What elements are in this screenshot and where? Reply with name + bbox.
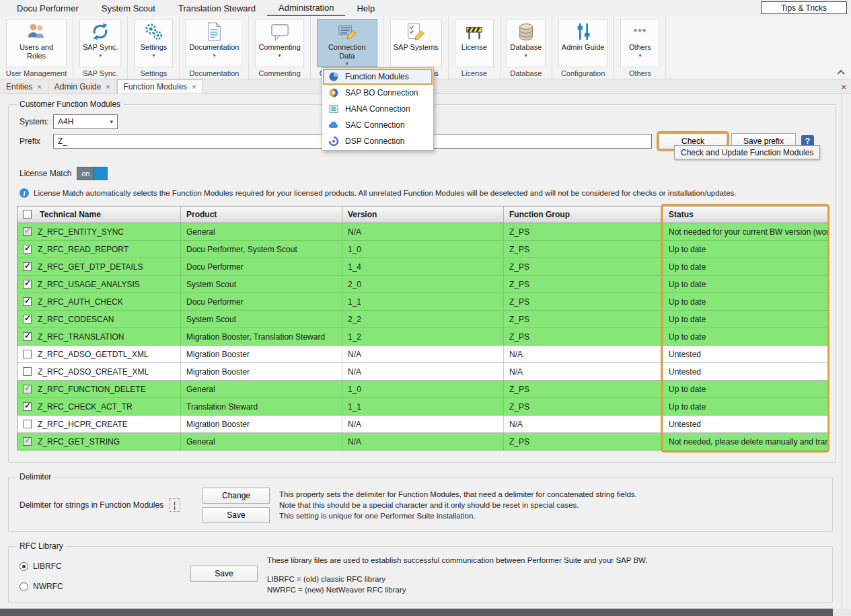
tab-admin-guide[interactable]: Admin Guide × [48,79,117,93]
rfc-library-description: These library files are used to establis… [267,555,647,595]
users-and-roles-button[interactable]: Users and Roles [6,19,67,67]
menu-administration[interactable]: Administration [267,0,345,16]
documentation-button[interactable]: Documentation ▾ [186,19,242,67]
change-delimiter-button[interactable]: Change [202,488,270,504]
row-checkbox[interactable] [23,227,32,236]
menu-docu-performer[interactable]: Docu Performer [5,0,90,16]
sap-systems-icon [406,22,426,42]
row-checkbox[interactable] [23,367,32,376]
ribbon-group-label: Database [501,69,552,77]
delimiter-input[interactable]: ¦ [169,498,180,512]
save-delimiter-button[interactable]: Save [202,507,270,523]
license-barrier-icon [464,22,484,42]
horizontal-scrollbar[interactable] [0,609,851,616]
ribbon-group-label: Settings [128,69,179,77]
cell-product: Translation Steward [181,398,342,416]
admin-guide-button[interactable]: Admin Guide [558,19,608,67]
row-checkbox[interactable] [23,420,32,428]
table-row[interactable]: Z_RFC_FUNCTION_DELETE General 1_0 Z_PS U… [17,381,828,398]
sap-systems-button[interactable]: SAP Systems [390,19,442,67]
vertical-scrollbar[interactable] [841,94,851,609]
license-button[interactable]: License [455,19,494,67]
sap-sync-button[interactable]: SAP Sync. ▾ [79,19,121,67]
table-row[interactable]: Z_RFC_AUTH_CHECK Docu Performer 1_1 Z_PS… [17,293,828,311]
column-header-status[interactable]: Status [663,206,828,223]
table-row[interactable]: Z_RFC_USAGE_ANALYSIS System Scout 2_0 Z_… [17,276,828,293]
cell-product: System Scout [181,276,342,293]
close-icon[interactable]: × [192,83,196,91]
table-row[interactable]: Z_RFC_GET_STRING General N/A Z_PS Not ne… [17,433,828,451]
row-checkbox[interactable] [23,350,32,358]
nwrfc-radio[interactable]: NWRFC [20,582,181,591]
prefix-label: Prefix [20,137,49,146]
cell-status: Up to date [663,258,828,276]
settings-button[interactable]: Settings ▾ [134,19,173,67]
cell-product: Migration Booster, Translation Steward [181,328,342,346]
admin-guide-icon [573,22,593,42]
ribbon-group-commenting: Commenting ▾ Commenting [249,16,310,79]
row-checkbox[interactable] [23,402,32,411]
menu-item-hana-connection[interactable]: HANA Connection [323,101,433,117]
license-match-toggle[interactable]: on [77,167,108,180]
cell-function-group: Z_PS [504,328,663,346]
column-header-function-group[interactable]: Function Group [504,206,663,223]
close-icon[interactable]: × [841,79,846,94]
commenting-button[interactable]: Commenting ▾ [255,19,303,67]
cell-status: Up to date [663,241,828,258]
toggle-knob [94,167,107,180]
table-row[interactable]: Z_RFC_TRANSLATION Migration Booster, Tra… [17,328,828,346]
menu-translation-steward[interactable]: Translation Steward [167,0,267,16]
select-all-checkbox[interactable] [23,210,32,219]
table-row[interactable]: Z_RFC_READ_REPORT Docu Performer, System… [17,241,828,258]
row-checkbox[interactable] [23,280,32,288]
menubar: Docu Performer System Scout Translation … [0,0,851,16]
system-select[interactable]: A4H ▾ [53,114,118,129]
row-checkbox[interactable] [23,245,32,254]
others-button[interactable]: Others ▾ [620,19,659,67]
close-icon[interactable]: × [37,83,41,91]
hana-connection-icon [328,104,339,114]
database-button[interactable]: Database ▾ [507,19,546,67]
cell-product: General [181,433,342,451]
row-checkbox[interactable] [23,315,32,323]
cell-version: 1_1 [342,293,504,311]
cell-product: Docu Performer, System Scout [181,241,342,258]
table-row[interactable]: Z_RFC_CODESCAN System Scout 2_2 Z_PS Up … [17,311,828,328]
menu-system-scout[interactable]: System Scout [90,0,167,16]
table-row[interactable]: Z_RFC_GET_DTP_DETAILS Docu Performer 1_4… [17,258,828,276]
librfc-radio[interactable]: LIBRFC [20,562,181,571]
column-header-version[interactable]: Version [342,206,504,223]
row-checkbox[interactable] [23,437,32,446]
others-dots-icon [630,22,650,42]
connection-data-button[interactable]: Connection Data ▾ [317,19,377,67]
column-header-technical-name[interactable]: Technical Name [40,210,100,219]
menu-item-sac-connection[interactable]: SAC Connection [323,117,433,133]
table-row[interactable]: Z_RFC_ENTITY_SYNC General N/A Z_PS Not n… [17,223,828,241]
table-row[interactable]: Z_RFC_CHECK_ACT_TR Translation Steward 1… [17,398,828,416]
save-rfc-library-button[interactable]: Save [190,566,258,582]
chevron-down-icon: ▾ [99,53,102,59]
row-checkbox[interactable] [23,332,32,341]
row-checkbox[interactable] [23,297,32,306]
row-checkbox[interactable] [23,385,32,393]
cell-function-group: Z_PS [504,311,663,328]
close-icon[interactable]: × [106,83,110,91]
ribbon-button-label: Connection Data [320,43,374,60]
menu-item-dsp-connection[interactable]: DSP Connection [323,133,433,149]
menu-item-function-modules[interactable]: Function Modules [323,69,433,85]
menu-item-sap-bo-connection[interactable]: SAP BO Connection [323,85,433,101]
tab-function-modules[interactable]: Function Modules × [117,79,203,93]
table-row[interactable]: Z_RFC_ADSO_CREATE_XML Migration Booster … [17,363,828,381]
menu-help[interactable]: Help [345,0,386,16]
table-row[interactable]: Z_RFC_HCPR_CREATE Migration Booster N/A … [17,416,828,433]
sap-bo-connection-icon [328,87,339,98]
column-header-product[interactable]: Product [181,206,342,223]
tips-and-tricks-button[interactable]: Tips & Tricks [761,1,847,14]
description-line: This setting is unique for one Performer… [279,510,637,521]
row-checkbox[interactable] [23,262,32,271]
collapse-ribbon-icon[interactable] [838,70,845,75]
chevron-down-icon: ▾ [152,53,155,59]
horizontal-scrollbar-thumb[interactable] [0,609,833,616]
table-row[interactable]: Z_RFC_ADSO_GETDTL_XML Migration Booster … [17,346,828,363]
tab-entities[interactable]: Entities × [0,79,48,93]
